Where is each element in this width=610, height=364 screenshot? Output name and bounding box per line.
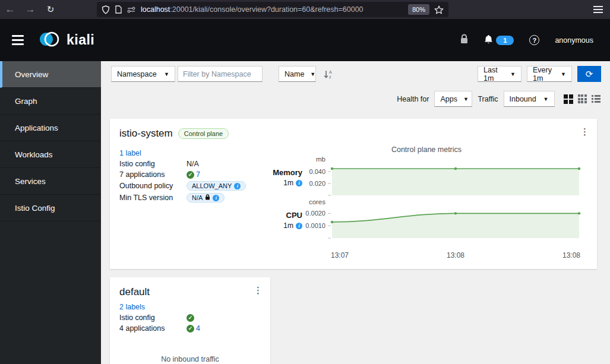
control-plane-metrics-chart: Control plane metrics Memory 1mi mb0.040… — [268, 144, 585, 259]
min-tls-badge[interactable]: N/A i — [187, 193, 225, 202]
chevron-down-icon: ▼ — [555, 71, 566, 77]
reload-icon[interactable]: ↻ — [40, 4, 61, 15]
duration-select[interactable]: Last 1m▼ — [478, 66, 521, 82]
kebab-menu-icon[interactable]: ⋮ — [254, 286, 263, 295]
sidebar-item-istio-config[interactable]: Istio Config — [0, 195, 101, 221]
kiali-brand: kiali — [38, 30, 94, 51]
kiali-overview-page: ← → ↻ localhost:20001/kiali/console/over… — [0, 0, 610, 364]
istio-config-value: N/A — [187, 160, 199, 168]
sidebar-item-workloads[interactable]: Workloads — [0, 141, 101, 168]
traffic-direction-select[interactable]: Inbound▼ — [504, 91, 555, 107]
sort-order-icon[interactable]: Az — [324, 69, 333, 79]
chart-x-axis: 13:07 13:08 13:08 — [331, 251, 580, 259]
notifications-button[interactable]: 1 — [484, 34, 514, 46]
url-text[interactable]: localhost:20001/kiali/console/overview?d… — [141, 5, 404, 14]
control-plane-badge: Control plane — [178, 128, 229, 139]
info-icon[interactable]: i — [234, 183, 241, 189]
health-for-label: Health for — [397, 95, 429, 103]
svg-text:A: A — [329, 70, 332, 74]
min-tls-label: Min TLS version — [119, 194, 187, 202]
health-check-icon: ✓ — [187, 171, 194, 179]
labels-link[interactable]: 2 labels — [119, 303, 145, 311]
sort-field-select[interactable]: Name▼ — [279, 66, 316, 82]
lock-icon[interactable] — [460, 34, 469, 46]
browser-menu-icon[interactable] — [593, 4, 603, 15]
health-for-select[interactable]: Apps▼ — [434, 91, 472, 107]
applications-label: 4 applications — [119, 324, 187, 333]
lock-icon — [205, 194, 210, 201]
healthy-apps-count[interactable]: 7 — [196, 170, 200, 179]
user-menu[interactable]: anonymous — [555, 36, 593, 45]
chevron-down-icon: ▼ — [158, 71, 169, 77]
sidebar-item-services[interactable]: Services — [0, 168, 101, 195]
sidebar-item-graph[interactable]: Graph — [0, 88, 101, 115]
tracking-protection-icon[interactable] — [102, 5, 110, 14]
labels-link[interactable]: 1 label — [119, 149, 141, 157]
cpu-y-axis: cores0.00200.0010 — [302, 208, 331, 238]
filter-toolbar: Namespace▼ Name▼ Az Last 1m▼ Every 1m▼ ⟳ — [101, 61, 610, 82]
main-content: Namespace▼ Name▼ Az Last 1m▼ Every 1m▼ ⟳… — [101, 61, 610, 364]
info-icon[interactable]: i — [296, 180, 302, 186]
sidebar-nav: Overview Graph Applications Workloads Se… — [0, 61, 101, 364]
permissions-icon[interactable] — [127, 6, 135, 13]
namespace-card-default: ⋮ default 2 labels Istio config ✓ 4 appl… — [110, 277, 270, 364]
namespace-filter-select[interactable]: Namespace▼ — [111, 66, 175, 82]
url-bar[interactable]: localhost:20001/kiali/console/overview?d… — [97, 2, 448, 17]
namespace-title: default — [119, 286, 150, 298]
masthead: kiali 1 ? anonymous — [0, 19, 610, 61]
traffic-status-text: No inbound traffic — [119, 355, 261, 363]
chevron-down-icon: ▼ — [538, 96, 549, 102]
brand-name: kiali — [67, 32, 94, 48]
chevron-down-icon: ▼ — [304, 71, 315, 77]
refresh-interval-select[interactable]: Every 1m▼ — [527, 66, 572, 82]
health-check-icon: ✓ — [187, 325, 194, 333]
traffic-label: Traffic — [478, 95, 498, 103]
info-icon[interactable]: i — [213, 195, 219, 201]
memory-sparkline — [331, 166, 580, 195]
healthy-apps-count[interactable]: 4 — [196, 324, 200, 333]
cpu-sparkline — [331, 208, 580, 238]
cpu-sparkline-row: CPU 1mi cores0.00200.0010 — [268, 208, 585, 238]
health-check-icon: ✓ — [187, 314, 194, 322]
info-icon[interactable]: i — [296, 223, 302, 229]
sidebar-item-applications[interactable]: Applications — [0, 115, 101, 141]
chevron-down-icon: ▼ — [504, 71, 516, 77]
bookmark-star-icon[interactable] — [434, 5, 444, 14]
browser-toolbar: ← → ↻ localhost:20001/kiali/console/over… — [0, 0, 610, 19]
metric-name: CPU — [268, 211, 302, 220]
list-view-icon[interactable] — [592, 94, 601, 104]
nav-toggle-icon[interactable] — [12, 33, 24, 48]
namespace-card-istio-system: ⋮ istio-system Control plane 1 label Ist… — [110, 119, 597, 269]
sidebar-item-overview[interactable]: Overview — [0, 61, 101, 88]
svg-text:z: z — [329, 75, 331, 79]
refresh-button[interactable]: ⟳ — [577, 66, 601, 82]
zoom-level-badge[interactable]: 80% — [408, 4, 429, 15]
namespace-title: istio-system — [119, 128, 173, 140]
expanded-view-icon[interactable] — [564, 94, 573, 104]
notification-count-badge: 1 — [496, 36, 514, 45]
back-icon[interactable]: ← — [0, 4, 20, 15]
memory-sparkline-row: Memory 1mi mb0.0400.020 — [268, 166, 585, 195]
chevron-down-icon: ▼ — [457, 96, 469, 102]
compact-view-icon[interactable] — [578, 94, 587, 103]
forward-icon[interactable]: → — [20, 4, 40, 15]
istio-config-label: Istio config — [119, 160, 187, 168]
refresh-icon: ⟳ — [586, 69, 593, 80]
memory-y-axis: mb0.0400.020 — [302, 166, 331, 195]
bell-icon — [484, 34, 493, 46]
outbound-policy-badge[interactable]: ALLOW_ANY i — [187, 181, 246, 191]
display-toolbar: Health for Apps▼ Traffic Inbound▼ — [101, 82, 610, 107]
kiali-logo-icon — [38, 30, 62, 51]
page-info-icon[interactable] — [115, 5, 122, 14]
namespace-filter-input[interactable] — [178, 66, 263, 82]
metric-name: Memory — [268, 168, 302, 177]
kebab-menu-icon[interactable]: ⋮ — [580, 127, 589, 136]
chart-title: Control plane metrics — [268, 145, 585, 154]
help-icon[interactable]: ? — [529, 35, 539, 45]
outbound-policy-label: Outbound policy — [119, 182, 187, 190]
istio-config-label: Istio config — [119, 314, 187, 322]
applications-label: 7 applications — [119, 170, 187, 179]
